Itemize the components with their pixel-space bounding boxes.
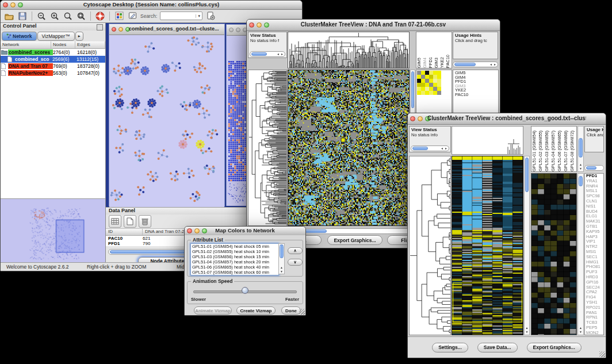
- float-panel-icon[interactable]: [97, 24, 103, 30]
- scrollbar-thumb[interactable]: [280, 244, 284, 258]
- zoom-heatmap-cell[interactable]: [433, 83, 437, 87]
- close-button[interactable]: [229, 28, 234, 32]
- zoom-heatmap-cell[interactable]: [421, 87, 425, 91]
- dialog-button-done[interactable]: Done: [281, 306, 301, 315]
- global-heatmap-panel[interactable]: [288, 70, 410, 226]
- zoom-heatmap-cell[interactable]: [429, 87, 433, 91]
- scrollbar-thumb[interactable]: [525, 158, 529, 192]
- attribute-item[interactable]: GPL51-07 (GSM868) heat shock 60 min: [191, 270, 278, 275]
- tab-overflow-arrow[interactable]: ►: [75, 32, 83, 41]
- dialog-title-bar[interactable]: Map Colors to Network: [185, 227, 305, 236]
- zoom-heatmap-cell[interactable]: [425, 83, 429, 87]
- zoom-heatmap-cell[interactable]: [421, 91, 425, 95]
- column-label[interactable]: GPL51-08 (GSM872): [569, 131, 576, 171]
- view-status-scrollbar[interactable]: ◄ ►: [250, 51, 285, 57]
- main-title-bar[interactable]: Cytoscape Desktop (Session Name: collins…: [1, 1, 302, 10]
- view-status-scrollbar[interactable]: ◄ ►: [411, 145, 449, 151]
- network-list-row[interactable]: RNAPuberNov2+563(0)107847(0): [1, 70, 105, 76]
- column-dendrogram-panel[interactable]: [452, 126, 523, 155]
- move-up-button[interactable]: ∧: [288, 247, 303, 254]
- treeview2-button-0[interactable]: Settings...: [432, 343, 468, 352]
- attribute-list-vscrollbar[interactable]: ▲ ▼: [278, 243, 285, 274]
- column-label[interactable]: GIM3: [434, 58, 439, 68]
- attribute-item[interactable]: GPL51-04 (GSM857) heat shock 20 min: [191, 259, 278, 265]
- delete-attribute-trash-icon[interactable]: [139, 215, 151, 228]
- column-network[interactable]: Network: [1, 41, 51, 48]
- scroll-up-icon[interactable]: ▲: [578, 163, 583, 166]
- network-view-canvas[interactable]: [109, 35, 224, 207]
- column-dendrogram-panel[interactable]: [288, 32, 410, 68]
- treeview2-title-bar[interactable]: ClusterMaker TreeView : combined_scores_…: [408, 113, 606, 125]
- minimize-button[interactable]: [194, 228, 200, 233]
- zoom-heatmap-cell[interactable]: [425, 75, 429, 79]
- close-button[interactable]: [187, 228, 192, 233]
- zoom-heatmap-cell[interactable]: [433, 91, 437, 95]
- dialog-button-animate-vizmap[interactable]: Animate Vizmap: [194, 306, 232, 315]
- resize-grip[interactable]: [299, 309, 305, 315]
- treeview1-button-1[interactable]: Export Graphics...: [327, 235, 382, 245]
- treeview2-button-2[interactable]: Export Graphics...: [527, 343, 582, 352]
- scrollbar-thumb[interactable]: [411, 71, 414, 108]
- scroll-up-icon[interactable]: ▲: [279, 266, 284, 269]
- column-label[interactable]: GIM4: [422, 58, 428, 68]
- zoom-heatmap-cell[interactable]: [417, 71, 421, 75]
- move-down-button[interactable]: ∨: [288, 259, 303, 266]
- zoom-heatmap-cell[interactable]: [421, 83, 425, 87]
- column-label[interactable]: GPL51-06 (GSM865): [557, 131, 563, 171]
- zoom-heatmap-cell[interactable]: [421, 79, 425, 83]
- gene-list-vscrollbar[interactable]: ▲ ▼: [577, 173, 584, 335]
- usage-hints-scrollbar[interactable]: [584, 165, 604, 171]
- scroll-right-icon[interactable]: ►: [281, 52, 284, 56]
- column-label[interactable]: GPL51-04 (GSM857): [550, 131, 557, 171]
- column-label[interactable]: PAC10: [445, 55, 451, 68]
- minimize-button[interactable]: [10, 2, 16, 7]
- dialog-button-create-vizmap[interactable]: Create Vizmap: [236, 306, 276, 315]
- search-input[interactable]: ▼: [160, 12, 202, 20]
- scrollbar-thumb[interactable]: [251, 52, 267, 56]
- column-label[interactable]: GPL51-07 (GSM868): [563, 131, 569, 171]
- main-heatmap-panel[interactable]: [452, 156, 523, 335]
- help-lifering-icon[interactable]: [95, 11, 105, 21]
- zoom-heatmap-cell[interactable]: [437, 91, 441, 95]
- scroll-up-icon[interactable]: ▲: [578, 326, 583, 329]
- zoom-heatmap-cell[interactable]: [429, 83, 433, 87]
- zoom-heatmap-cell[interactable]: [417, 91, 421, 95]
- tab-network[interactable]: Network: [2, 32, 37, 41]
- zoom-heatmap-cell[interactable]: [417, 83, 421, 87]
- close-button[interactable]: [249, 22, 254, 28]
- scrollbar-thumb[interactable]: [586, 166, 596, 170]
- vizmapper-icon[interactable]: [114, 11, 124, 21]
- zoom-heatmap-cell[interactable]: [437, 75, 441, 79]
- open-session-button[interactable]: [4, 11, 14, 21]
- scrollbar-thumb[interactable]: [579, 176, 583, 186]
- zoom-heatmap-cell[interactable]: [433, 71, 437, 75]
- attribute-browser-icon[interactable]: [205, 11, 216, 21]
- zoom-out-icon[interactable]: [36, 11, 47, 21]
- scrollbar-thumb[interactable]: [454, 63, 476, 66]
- close-button[interactable]: [410, 116, 415, 121]
- tab-vizmapper[interactable]: VizMapper™: [37, 32, 75, 41]
- zoom-heatmap-cell[interactable]: [417, 75, 421, 79]
- zoom-heatmap-cell[interactable]: [421, 71, 425, 75]
- zoom-heatmap-cell[interactable]: [429, 79, 433, 83]
- save-session-button[interactable]: [17, 11, 28, 21]
- network-list-row[interactable]: combined_scores2764(0)16218(0): [1, 49, 105, 56]
- gene-label[interactable]: MON2: [585, 331, 603, 335]
- search-dropdown-arrow[interactable]: ▼: [196, 14, 202, 18]
- resize-grip[interactable]: [599, 351, 605, 357]
- new-attribute-icon[interactable]: [124, 215, 136, 228]
- scroll-right-icon[interactable]: ►: [494, 63, 496, 66]
- zoom-heatmap-cell[interactable]: [429, 71, 433, 75]
- zoom-fit-icon[interactable]: [63, 11, 73, 21]
- scroll-down-icon[interactable]: ▼: [578, 330, 583, 334]
- zoom-heatmap-cell[interactable]: [433, 75, 437, 79]
- scroll-down-icon[interactable]: ▼: [525, 330, 529, 334]
- zoom-heatmap-cell[interactable]: [417, 87, 421, 91]
- column-edges[interactable]: Edges: [75, 41, 105, 48]
- scroll-left-icon[interactable]: ◄: [489, 63, 492, 66]
- attribute-item[interactable]: GPL51-02 (GSM855) heat shock 10 min: [191, 249, 278, 254]
- network-list-row[interactable]: combined_sco2569(6)13112(15): [1, 56, 105, 63]
- column-label[interactable]: GIM5: [416, 58, 422, 68]
- close-button[interactable]: [112, 27, 116, 32]
- network-frame-title-bar[interactable]: combined_scores_good.txt--cluste...: [109, 24, 224, 35]
